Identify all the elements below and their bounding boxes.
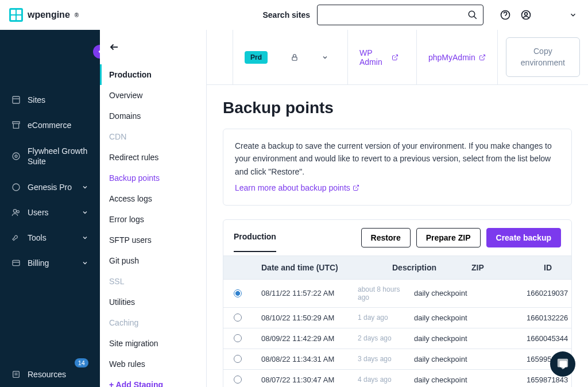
cell-datetime: 08/07/22 11:30:47 AM [261,376,353,384]
sidebar-item-sites[interactable]: Sites [0,87,100,113]
cell-datetime: 08/09/22 11:42:29 AM [261,334,353,343]
svg-point-9 [13,184,20,191]
add-staging-button[interactable]: + Add Staging [100,374,206,387]
cell-relative-time: 2 days ago [358,334,409,342]
svg-line-20 [482,55,485,58]
cell-relative-time: 3 days ago [358,355,409,363]
main-content: Prd WP Admin phpMyAdmin Copy environment [207,30,588,387]
svg-point-8 [15,155,17,157]
sidebar-item-label: Sites [28,95,45,105]
prepare-zip-button[interactable]: Prepare ZIP [416,228,481,247]
subnav-item-domains[interactable]: Domains [100,106,206,126]
radio-select[interactable] [234,314,242,322]
svg-rect-18 [292,57,297,60]
sidebar-item-label: Flywheel Growth Suite [28,146,88,167]
subnav-item-sftp-users[interactable]: SFTP users [100,230,206,250]
wp-admin-link[interactable]: WP Admin [359,48,399,67]
info-text: Create a backup to save the current vers… [235,140,560,178]
user-icon[interactable] [520,9,532,21]
sites-icon [11,95,21,105]
chevron-down-icon[interactable] [322,54,328,61]
subnav-item-web-rules[interactable]: Web rules [100,354,206,374]
subnav-item-backup-points[interactable]: Backup points [100,168,206,188]
billing-icon [11,258,21,268]
table-row[interactable]: 08/10/22 11:50:29 AM1 day agodaily check… [223,307,571,328]
back-arrow-icon[interactable] [109,42,119,52]
subnav-item-git-push[interactable]: Git push [100,250,206,271]
col-description: Description [392,263,467,272]
chat-fab[interactable] [550,351,575,377]
copy-environment-button[interactable]: Copy environment [506,37,580,77]
sidebar-item-genesis[interactable]: Genesis Pro [0,175,100,200]
chevron-down-icon[interactable] [567,9,579,21]
cell-id: 1660132226 [527,314,568,322]
learn-more-link[interactable]: Learn more about backup points [235,181,359,194]
svg-point-0 [469,11,475,17]
subnav-item-access-logs[interactable]: Access logs [100,188,206,209]
cell-datetime: 08/11/22 11:57:22 AM [261,289,353,297]
tab-production[interactable]: Production [234,232,276,243]
sidebar-item-users[interactable]: Users [0,200,100,225]
svg-point-10 [13,210,16,212]
search-icon[interactable] [467,10,478,20]
cell-datetime: 08/10/22 11:50:29 AM [261,314,353,322]
cell-description: daily checkpoint [414,376,489,384]
subnav-item-redirect-rules[interactable]: Redirect rules [100,147,206,168]
subnav-item-error-logs[interactable]: Error logs [100,209,206,230]
chevron-down-icon [82,209,88,216]
radio-select[interactable] [234,355,242,363]
cell-relative-time: 1 day ago [358,314,409,322]
sidebar-item-ecommerce[interactable]: eCommerce [0,113,100,138]
table-header: Date and time (UTC) Description ZIP ID [223,256,571,279]
subnav-item-caching: Caching [100,312,206,333]
col-datetime: Date and time (UTC) [261,263,388,272]
sidebar-item-tools[interactable]: Tools [0,225,100,250]
subnav-item-cdn: CDN [100,126,206,147]
col-id: ID [544,263,588,272]
cell-description: daily checkpoint [414,334,489,343]
subnav-item-production[interactable]: Production [100,64,206,85]
help-icon[interactable] [500,9,511,21]
sidebar-item-label: Resources [28,370,66,379]
table-row[interactable]: 08/09/22 11:42:29 AM2 days agodaily chec… [223,328,571,349]
search-input[interactable] [317,5,483,25]
logo[interactable]: wpengine® [9,8,79,22]
radio-select[interactable] [234,334,242,342]
lock-icon [291,53,299,61]
phpmyadmin-link[interactable]: phpMyAdmin [428,53,486,62]
tools-icon [11,233,21,242]
genesis-icon [11,183,21,192]
table-row[interactable]: 08/07/22 11:30:47 AM4 days agodaily chec… [223,369,571,387]
radio-select[interactable] [234,376,242,384]
environment-bar: Prd WP Admin phpMyAdmin Copy environment [207,30,588,85]
radio-select[interactable] [234,289,242,297]
svg-point-7 [13,153,20,160]
subnav-item-ssl: SSL [100,271,206,292]
subnav-item-utilities[interactable]: Utilities [100,292,206,312]
svg-rect-12 [13,261,20,266]
chevron-down-icon [82,184,88,191]
table-row[interactable]: 08/08/22 11:34:31 AM3 days agodaily chec… [223,349,571,369]
ecommerce-icon [11,121,21,130]
chevron-down-icon [82,234,88,241]
svg-line-1 [474,16,477,19]
sidebar-item-flywheel[interactable]: Flywheel Growth Suite [0,138,100,175]
subnav-item-overview[interactable]: Overview [100,85,206,106]
users-icon [11,208,21,217]
sidebar-item-resources[interactable]: Resources [0,362,100,387]
cell-description: daily checkpoint [414,314,489,322]
cell-description: daily checkpoint [414,355,489,363]
secondary-nav: ProductionOverviewDomainsCDNRedirect rul… [100,30,207,387]
restore-button[interactable]: Restore [361,228,411,247]
topbar: wpengine® Search sites [0,0,588,30]
create-backup-button[interactable]: Create backup [486,228,561,247]
cell-description: daily checkpoint [414,289,489,297]
sidebar-item-label: Users [28,208,49,217]
sidebar-item-label: Genesis Pro [28,183,72,192]
subnav-item-site-migration[interactable]: Site migration [100,333,206,354]
svg-point-4 [525,13,528,16]
sidebar-item-billing[interactable]: Billing [0,250,100,276]
cell-datetime: 08/08/22 11:34:31 AM [261,355,353,363]
table-row[interactable]: 08/11/22 11:57:22 AMabout 8 hours agodai… [223,279,571,307]
flywheel-icon [11,152,21,161]
